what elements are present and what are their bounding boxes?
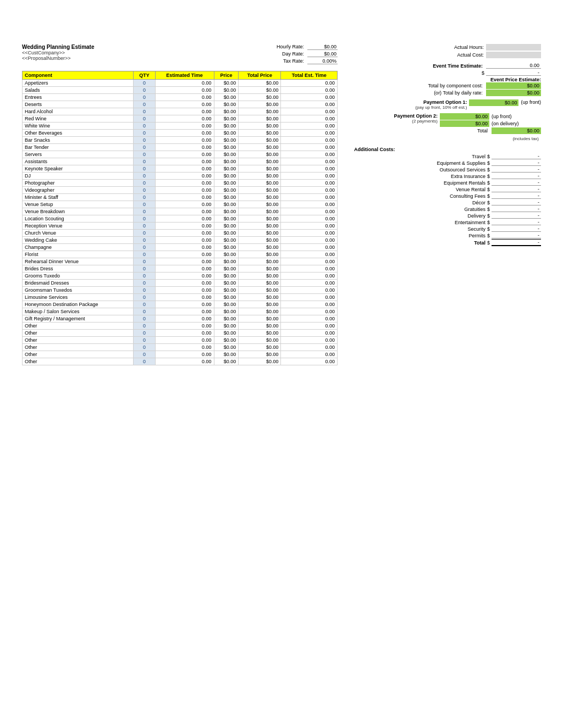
ac-value[interactable]: - [492, 206, 541, 212]
price-cell[interactable]: $0.00 [214, 265, 239, 273]
ac-value[interactable]: - [492, 213, 541, 219]
total-est-cell[interactable]: 0.00 [281, 358, 338, 365]
component-cell[interactable]: Florist [23, 251, 134, 258]
total-est-cell[interactable]: 0.00 [281, 208, 338, 215]
qty-cell[interactable]: 0 [134, 201, 155, 208]
ac-value[interactable]: - [492, 232, 541, 238]
qty-cell[interactable]: 0 [134, 294, 155, 301]
price-cell[interactable]: $0.00 [214, 130, 239, 137]
total-price-cell[interactable]: $0.00 [239, 294, 281, 301]
qty-cell[interactable]: 0 [134, 280, 155, 287]
qty-cell[interactable]: 0 [134, 194, 155, 201]
qty-cell[interactable]: 0 [134, 244, 155, 251]
total-est-cell[interactable]: 0.00 [281, 280, 338, 287]
hourly-rate-value[interactable]: $0.00 [307, 44, 338, 50]
component-cell[interactable]: Limousine Services [23, 294, 134, 301]
price-cell[interactable]: $0.00 [214, 323, 239, 330]
total-est-cell[interactable]: 0.00 [281, 273, 338, 280]
total-est-cell[interactable]: 0.00 [281, 223, 338, 230]
qty-cell[interactable]: 0 [134, 87, 155, 94]
total-est-cell[interactable]: 0.00 [281, 287, 338, 294]
total-price-cell[interactable]: $0.00 [239, 123, 281, 130]
component-cell[interactable]: Other [23, 351, 134, 358]
ac-value[interactable]: - [492, 166, 541, 173]
est-time-cell[interactable]: 0.00 [155, 94, 214, 101]
qty-cell[interactable]: 0 [134, 80, 155, 87]
total-est-cell[interactable]: 0.00 [281, 230, 338, 237]
total-price-cell[interactable]: $0.00 [239, 315, 281, 323]
qty-cell[interactable]: 0 [134, 337, 155, 344]
component-cell[interactable]: Grooms Tuxedo [23, 273, 134, 280]
payment-option1-value[interactable]: $0.00 [469, 99, 518, 106]
total-est-cell[interactable]: 0.00 [281, 187, 338, 194]
total-est-cell[interactable]: 0.00 [281, 108, 338, 115]
est-time-cell[interactable]: 0.00 [155, 301, 214, 308]
ac-value[interactable]: - [492, 153, 541, 159]
qty-cell[interactable]: 0 [134, 237, 155, 244]
component-cell[interactable]: Keynote Speaker [23, 165, 134, 173]
qty-cell[interactable]: 0 [134, 230, 155, 237]
total-price-cell[interactable]: $0.00 [239, 273, 281, 280]
qty-cell[interactable]: 0 [134, 187, 155, 194]
component-cell[interactable]: Reception Venue [23, 223, 134, 230]
total-est-cell[interactable]: 0.00 [281, 344, 338, 351]
total-price-cell[interactable]: $0.00 [239, 101, 281, 108]
qty-cell[interactable]: 0 [134, 344, 155, 351]
component-cell[interactable]: DJ [23, 173, 134, 180]
qty-cell[interactable]: 0 [134, 130, 155, 137]
component-cell[interactable]: Assistants [23, 158, 134, 165]
est-time-cell[interactable]: 0.00 [155, 165, 214, 173]
price-cell[interactable]: $0.00 [214, 358, 239, 365]
total-price-cell[interactable]: $0.00 [239, 251, 281, 258]
est-time-cell[interactable]: 0.00 [155, 194, 214, 201]
est-time-cell[interactable]: 0.00 [155, 280, 214, 287]
total-price-cell[interactable]: $0.00 [239, 244, 281, 251]
component-cell[interactable]: Location Scouting [23, 215, 134, 223]
qty-cell[interactable]: 0 [134, 351, 155, 358]
total-price-cell[interactable]: $0.00 [239, 280, 281, 287]
component-cell[interactable]: Bar Snacks [23, 137, 134, 144]
total-price-cell[interactable]: $0.00 [239, 151, 281, 158]
price-cell[interactable]: $0.00 [214, 208, 239, 215]
price-cell[interactable]: $0.00 [214, 237, 239, 244]
total-est-cell[interactable]: 0.00 [281, 265, 338, 273]
component-cell[interactable]: Hard Alcohol [23, 108, 134, 115]
total-est-cell[interactable]: 0.00 [281, 101, 338, 108]
price-cell[interactable]: $0.00 [214, 180, 239, 187]
component-cell[interactable]: Rehearsal Dinner Venue [23, 258, 134, 265]
total-price-cell[interactable]: $0.00 [239, 158, 281, 165]
ac-value[interactable]: - [492, 199, 541, 205]
qty-cell[interactable]: 0 [134, 323, 155, 330]
est-time-cell[interactable]: 0.00 [155, 101, 214, 108]
qty-cell[interactable]: 0 [134, 287, 155, 294]
total-est-cell[interactable]: 0.00 [281, 80, 338, 87]
est-time-cell[interactable]: 0.00 [155, 294, 214, 301]
component-cell[interactable]: Bar Tender [23, 144, 134, 151]
total-est-cell[interactable]: 0.00 [281, 323, 338, 330]
total-price-cell[interactable]: $0.00 [239, 323, 281, 330]
day-rate-value[interactable]: $0.00 [307, 51, 338, 57]
ac-value[interactable]: - [492, 193, 541, 199]
est-time-cell[interactable]: 0.00 [155, 115, 214, 123]
price-cell[interactable]: $0.00 [214, 165, 239, 173]
component-cell[interactable]: Deserts [23, 101, 134, 108]
price-cell[interactable]: $0.00 [214, 108, 239, 115]
est-time-cell[interactable]: 0.00 [155, 230, 214, 237]
component-cell[interactable]: Groomsman Tuxedos [23, 287, 134, 294]
qty-cell[interactable]: 0 [134, 173, 155, 180]
payment-option2-delivery[interactable]: $0.00 [440, 120, 489, 127]
price-cell[interactable]: $0.00 [214, 258, 239, 265]
total-est-cell[interactable]: 0.00 [281, 137, 338, 144]
total-price-cell[interactable]: $0.00 [239, 201, 281, 208]
qty-cell[interactable]: 0 [134, 94, 155, 101]
qty-cell[interactable]: 0 [134, 251, 155, 258]
qty-cell[interactable]: 0 [134, 151, 155, 158]
price-cell[interactable]: $0.00 [214, 87, 239, 94]
qty-cell[interactable]: 0 [134, 180, 155, 187]
est-time-cell[interactable]: 0.00 [155, 201, 214, 208]
component-cell[interactable]: Other [23, 344, 134, 351]
total-est-cell[interactable]: 0.00 [281, 258, 338, 265]
total-est-cell[interactable]: 0.00 [281, 301, 338, 308]
total-price-cell[interactable]: $0.00 [239, 180, 281, 187]
actual-cost-value[interactable] [486, 52, 541, 58]
